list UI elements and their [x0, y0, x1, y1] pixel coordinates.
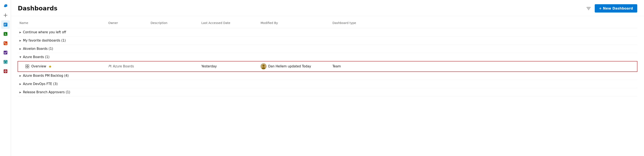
col-description: Description	[149, 20, 200, 26]
plus-icon[interactable]	[1, 11, 10, 20]
svg-point-3	[4, 42, 5, 43]
chevron-right-icon[interactable]: ▶	[20, 31, 21, 34]
col-name: Name	[18, 20, 106, 26]
svg-point-13	[109, 65, 110, 66]
svg-point-16	[262, 65, 264, 67]
col-last-accessed: Last Accessed Date	[200, 20, 259, 26]
svg-rect-9	[26, 65, 27, 66]
last-accessed-cell-overview: Yesterday	[200, 64, 259, 68]
col-modified-by: Modified By	[259, 20, 331, 26]
page-title: Dashboards	[18, 5, 57, 12]
svg-rect-10	[28, 65, 29, 66]
svg-rect-2	[4, 41, 8, 45]
chevron-right-icon[interactable]: ▶	[20, 74, 21, 77]
new-dashboard-button[interactable]: + New Dashboard	[595, 4, 637, 13]
modified-by-text-overview: Dan Hellem updated Today	[268, 64, 311, 68]
group-label-continue: Continue where you left off	[23, 30, 66, 34]
star-icon[interactable]: ★	[48, 64, 52, 69]
group-name-azure-pm: ▶ Azure Boards PM Backlog (4)	[18, 74, 106, 78]
group-label-akvelon: Akvelon Boards (1)	[23, 47, 53, 51]
page-header: Dashboards + New Dashboard	[11, 0, 644, 16]
group-row-continue[interactable]: ▶ Continue where you left off	[18, 28, 637, 37]
svg-rect-12	[28, 67, 29, 68]
modified-cell-overview: Dan Hellem updated Today	[259, 63, 331, 69]
header-actions: + New Dashboard	[585, 4, 637, 13]
group-row-azure-boards[interactable]: ▼ Azure Boards (1)	[18, 53, 637, 61]
group-name-favorites: ▶ My favorite dashboards (1)	[18, 39, 106, 42]
main-content: Dashboards + New Dashboard Name Owner De…	[11, 0, 644, 156]
dashboard-grid-icon	[26, 64, 29, 68]
overview-label: Overview	[31, 64, 46, 68]
group-label-azure-devops-fte: Azure DevOps FTE (3)	[23, 82, 58, 86]
dashboards-table: Name Owner Description Last Accessed Dat…	[11, 16, 644, 156]
dashboard-row-overview[interactable]: Overview ★ Azure Boards Yest	[18, 61, 637, 72]
avatar-dan-hellem	[260, 63, 266, 69]
settings-icon[interactable]	[1, 67, 10, 75]
svg-rect-11	[26, 67, 27, 68]
group-name-azure-boards: ▼ Azure Boards (1)	[18, 55, 106, 59]
boards-icon[interactable]	[1, 20, 10, 29]
group-label-favorites: My favorite dashboards (1)	[23, 39, 66, 42]
group-name-release-branch: ▶ Release Branch Approvers (1)	[18, 90, 106, 94]
filter-button[interactable]	[585, 5, 592, 12]
pipelines-icon[interactable]	[1, 39, 10, 48]
svg-point-4	[6, 44, 6, 44]
testplans-icon[interactable]	[1, 48, 10, 57]
group-row-akvelon[interactable]: ▶ Akvelon Boards (1)	[18, 45, 637, 53]
table-header: Name Owner Description Last Accessed Dat…	[18, 18, 637, 28]
group-row-favorites[interactable]: ▶ My favorite dashboards (1)	[18, 37, 637, 45]
group-label-azure-boards: Azure Boards (1)	[23, 55, 49, 59]
chevron-right-icon[interactable]: ▶	[20, 91, 21, 94]
owner-cell-overview: Azure Boards	[106, 64, 149, 68]
sidebar	[0, 0, 11, 156]
table-body: ▶ Continue where you left off ▶ My favor…	[18, 28, 637, 96]
group-name-azure-devops-fte: ▶ Azure DevOps FTE (3)	[18, 82, 106, 86]
team-owner-icon	[108, 64, 112, 68]
chevron-right-icon[interactable]: ▶	[20, 83, 21, 85]
group-row-azure-pm[interactable]: ▶ Azure Boards PM Backlog (4)	[18, 72, 637, 80]
owner-name-overview: Azure Boards	[113, 64, 134, 68]
group-name-continue: ▶ Continue where you left off	[18, 30, 106, 34]
chevron-right-icon[interactable]: ▶	[20, 48, 21, 50]
group-row-azure-devops-fte[interactable]: ▶ Azure DevOps FTE (3)	[18, 80, 637, 88]
group-name-akvelon: ▶ Akvelon Boards (1)	[18, 47, 106, 51]
repos-icon[interactable]	[1, 30, 10, 38]
azure-devops-icon[interactable]	[1, 2, 10, 10]
chevron-down-icon[interactable]: ▼	[20, 56, 21, 59]
artifacts-icon[interactable]	[1, 58, 10, 66]
group-row-release-branch[interactable]: ▶ Release Branch Approvers (1)	[18, 88, 637, 96]
col-owner: Owner	[106, 20, 149, 26]
col-dashboard-type: Dashboard type	[331, 20, 637, 26]
detail-name-overview: Overview ★	[18, 64, 106, 69]
group-label-azure-pm: Azure Boards PM Backlog (4)	[23, 74, 68, 78]
svg-point-14	[110, 65, 111, 66]
group-label-release-branch: Release Branch Approvers (1)	[23, 90, 70, 94]
type-cell-overview: Team	[331, 64, 637, 68]
chevron-right-icon[interactable]: ▶	[20, 39, 21, 42]
